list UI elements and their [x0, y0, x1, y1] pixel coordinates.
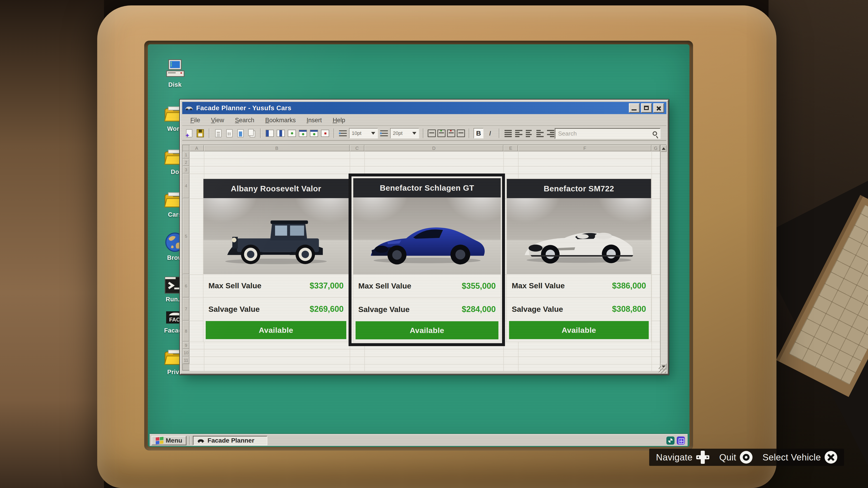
vehicle-card-schlagen[interactable]: Benefactor Schlagen GT — [353, 178, 501, 342]
search-input[interactable] — [558, 130, 653, 137]
column-header-C[interactable]: C — [350, 145, 364, 151]
indent-increase-button[interactable] — [546, 129, 555, 138]
page-dots-button[interactable] — [225, 128, 234, 138]
cell-format-button-2[interactable] — [437, 129, 445, 137]
max-sell-row: Max Sell Value $386,000 — [507, 274, 651, 297]
navigate-label: Navigate — [656, 452, 692, 462]
row-header-3[interactable]: 3 — [183, 166, 189, 173]
align-table-button[interactable] — [504, 129, 513, 138]
sheet: Albany Roosevelt Valor — [182, 144, 666, 370]
vehicle-card-roosevelt[interactable]: Albany Roosevelt Valor — [204, 179, 348, 341]
indent-decrease-button[interactable] — [535, 129, 545, 138]
panel-middle-button[interactable] — [276, 128, 285, 138]
align-left-button[interactable] — [514, 129, 523, 138]
menu-insert[interactable]: Insert — [302, 116, 327, 125]
toolbar-separator — [499, 129, 500, 138]
close-button[interactable] — [653, 103, 664, 113]
row-header-11[interactable]: 11 — [183, 357, 189, 364]
vehicle-image — [507, 198, 651, 274]
image-glyph — [239, 131, 242, 136]
taskbar-task-facade-planner[interactable]: Facade Planner — [193, 436, 268, 445]
max-sell-row: Max Sell Value $355,000 — [353, 274, 501, 297]
panel-left-button[interactable] — [265, 128, 274, 138]
column-header-D[interactable]: D — [364, 145, 503, 151]
column-header-B[interactable]: B — [204, 145, 350, 151]
panel-middle-icon — [277, 130, 285, 137]
insert-image-button[interactable] — [236, 128, 245, 138]
italic-button[interactable]: I — [485, 128, 495, 138]
row-header-4[interactable]: 4 — [183, 173, 189, 198]
salvage-label: Salvage Value — [209, 305, 260, 314]
gridline-horizontal — [189, 349, 660, 350]
resize-grip[interactable] — [659, 366, 666, 373]
copy-button[interactable] — [247, 128, 256, 138]
window-titlebar[interactable]: Facade Planner - Yusufs Cars — [182, 102, 666, 114]
task-car-icon — [197, 438, 205, 443]
max-sell-value: $355,000 — [462, 281, 496, 291]
maximize-button[interactable] — [641, 103, 652, 113]
row-header-5[interactable]: 5 — [183, 198, 189, 274]
menu-search[interactable]: Search — [230, 116, 259, 125]
menu-bar: File View Search Bookmarks Insert Help — [182, 115, 666, 126]
align-left-button-2[interactable] — [525, 129, 534, 138]
tray-fan-icon[interactable] — [666, 436, 675, 445]
toolbar-separator — [260, 129, 261, 138]
row-header-1[interactable]: 1 — [183, 151, 189, 159]
toolbar-separator — [423, 129, 424, 138]
column-header-G[interactable]: G — [651, 145, 660, 151]
desktop-icon-disk[interactable]: Disk — [157, 58, 193, 88]
panel-left-icon — [266, 130, 274, 137]
new-document-button[interactable]: ✦ — [184, 128, 194, 138]
record-red-button[interactable] — [320, 128, 330, 138]
room-wall-left — [0, 0, 104, 488]
row-header-7[interactable]: 7 — [183, 297, 189, 321]
sheet-corner-cell[interactable] — [183, 145, 189, 151]
column-header-A[interactable]: A — [189, 145, 204, 151]
page-glyph — [215, 129, 221, 137]
cell-format-button-1[interactable] — [428, 129, 436, 137]
window-green-button-2[interactable] — [309, 128, 319, 138]
font-size-select-large[interactable]: 20pt — [390, 128, 419, 138]
view-green-button[interactable] — [287, 128, 297, 138]
facade-planner-window: Facade Planner - Yusufs Cars File View S… — [180, 100, 669, 375]
cell-format-button-4[interactable] — [457, 129, 465, 137]
line-spacing-icon — [379, 129, 389, 138]
save-button[interactable] — [195, 128, 205, 138]
font-size-select-small[interactable]: 10pt — [349, 128, 378, 138]
vehicle-image — [204, 198, 348, 274]
salvage-label: Salvage Value — [512, 305, 563, 314]
start-menu-button[interactable]: Menu — [151, 436, 186, 445]
vintage-car-illustration — [214, 207, 338, 269]
gridline-vertical — [651, 151, 652, 371]
menu-help[interactable]: Help — [328, 116, 350, 125]
vehicle-name: Benefactor SM722 — [507, 179, 651, 198]
row-header-9[interactable]: 9 — [183, 341, 189, 349]
vehicle-card-sm722[interactable]: Benefactor SM722 — [507, 179, 651, 341]
tray-grid-icon[interactable] — [677, 436, 685, 445]
row-header-6[interactable]: 6 — [183, 274, 189, 297]
salvage-label: Salvage Value — [358, 305, 410, 314]
vehicle-name: Benefactor Schlagen GT — [353, 178, 501, 197]
window-green-button[interactable] — [298, 128, 308, 138]
row-header-8[interactable]: 8 — [183, 321, 189, 341]
row-header-2[interactable]: 2 — [183, 159, 189, 166]
column-header-E[interactable]: E — [503, 145, 518, 151]
menu-view[interactable]: View — [206, 116, 229, 125]
cell-format-button-3[interactable] — [447, 129, 455, 137]
controller-hint-bar: Navigate Quit Select Vehicle — [649, 449, 844, 466]
salvage-value: $269,600 — [310, 304, 344, 314]
row-header-10[interactable]: 10 — [183, 349, 189, 357]
window-green-icon — [310, 130, 318, 137]
red-dot-icon — [321, 130, 329, 137]
bold-button[interactable]: B — [473, 128, 484, 138]
hint-quit: Quit — [719, 451, 752, 464]
vertical-scrollbar[interactable] — [660, 145, 667, 371]
menu-bookmarks[interactable]: Bookmarks — [260, 116, 301, 125]
sheet-grid[interactable]: Albany Roosevelt Valor — [189, 151, 660, 371]
taskbar-divider — [189, 436, 190, 445]
print-button[interactable] — [214, 128, 223, 138]
scroll-up-button[interactable] — [661, 145, 666, 152]
menu-file[interactable]: File — [185, 116, 205, 125]
column-header-F[interactable]: F — [518, 145, 651, 151]
minimize-button[interactable] — [629, 103, 640, 113]
